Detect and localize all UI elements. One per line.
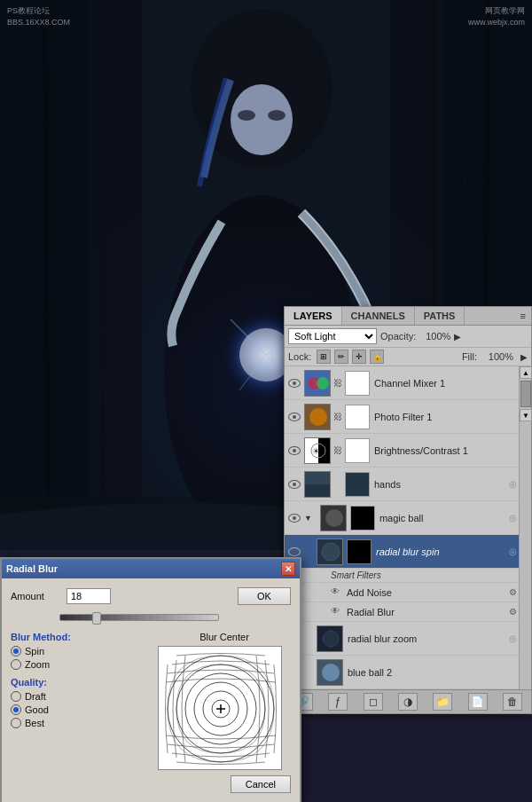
radio-zoom-circle[interactable] xyxy=(11,659,21,670)
layer-row-photo-filter[interactable]: ⛓ Photo Filter 1 xyxy=(285,400,519,434)
cancel-btn-container: Cancel xyxy=(158,775,291,793)
layer-name-magic-ball: magic ball xyxy=(377,513,509,523)
blur-method-section: Blur Method: Spin Zoom xyxy=(11,632,149,670)
eye-brightness[interactable] xyxy=(286,443,302,459)
radio-draft-label: Draft xyxy=(25,691,46,702)
add-style-btn[interactable]: ƒ xyxy=(328,693,348,711)
layer-row-magic-ball[interactable]: ▼ magic ball ◎ xyxy=(285,501,519,535)
thumb-hands xyxy=(304,471,331,498)
lock-checkerboard[interactable]: ⊞ xyxy=(317,350,331,364)
filter-settings-icon[interactable]: ⚙ xyxy=(509,587,517,597)
filter-settings-icon2[interactable]: ⚙ xyxy=(509,607,517,617)
radio-spin-circle[interactable] xyxy=(11,646,21,657)
svg-point-33 xyxy=(325,509,343,527)
dialog-close-btn[interactable]: ✕ xyxy=(281,562,295,576)
panel-bottom-bar: 🔗 ƒ ◻ ◑ 📁 📄 🗑 xyxy=(285,689,531,713)
layer-row-hands[interactable]: hands ◎ xyxy=(285,468,519,501)
filter-visibility-icon: 👁 xyxy=(331,586,343,599)
blur-center-svg xyxy=(159,647,282,770)
radial-blur-dialog: Radial Blur ✕ Amount OK Blur Method: xyxy=(0,557,301,802)
radio-draft[interactable]: Draft xyxy=(11,691,149,702)
layers-panel: LAYERS CHANNELS PATHS ≡ Soft Light Opaci… xyxy=(284,306,532,714)
lock-move[interactable]: ✛ xyxy=(352,350,366,364)
scroll-thumb[interactable] xyxy=(520,381,531,407)
radio-spin-label: Spin xyxy=(25,646,44,657)
svg-text:☀: ☀ xyxy=(312,446,320,456)
blur-center-canvas[interactable] xyxy=(158,646,282,770)
ok-button[interactable]: OK xyxy=(238,587,291,605)
tab-channels[interactable]: CHANNELS xyxy=(342,307,415,325)
magic-ball-icon xyxy=(321,505,346,531)
eye-channel-mixer[interactable] xyxy=(286,375,302,391)
lock-label: Lock: xyxy=(288,351,311,362)
thumb-mask-brightness xyxy=(345,438,370,463)
eye-photo-filter[interactable] xyxy=(286,409,302,425)
fill-label: Fill: xyxy=(462,351,477,362)
radio-good[interactable]: Good xyxy=(11,704,149,715)
filter-row-add-noise[interactable]: 👁 Add Noise ⚙ xyxy=(285,583,519,602)
panel-tabs: LAYERS CHANNELS PATHS ≡ xyxy=(285,307,531,326)
layers-scrollbar[interactable]: ▲ ▼ xyxy=(519,366,531,689)
layers-list: ⛓ Channel Mixer 1 ⛓ Photo Filter 1 xyxy=(285,366,519,689)
layer-name-radial-blur-zoom: radial blur zoom xyxy=(345,633,509,644)
delete-layer-btn[interactable]: 🗑 xyxy=(503,693,522,711)
layers-list-container: ⛓ Channel Mixer 1 ⛓ Photo Filter 1 xyxy=(285,366,531,689)
panel-menu-icon[interactable]: ≡ xyxy=(515,307,531,325)
filter-row-radial-blur[interactable]: 👁 Radial Blur ⚙ xyxy=(285,602,519,622)
radial-blur-zoom-icon xyxy=(317,625,342,652)
mask-magic-ball xyxy=(350,506,375,531)
fill-arrow[interactable]: ▶ xyxy=(520,352,528,362)
new-group-btn[interactable]: 📁 xyxy=(433,693,452,711)
amount-row: Amount OK xyxy=(11,587,291,605)
quality-title: Quality: xyxy=(11,677,149,688)
eye-icon xyxy=(288,379,301,388)
svg-point-25 xyxy=(309,408,327,426)
layer-row-radial-blur-zoom[interactable]: radial blur zoom ◎ xyxy=(285,622,519,656)
dialog-left-panel: Blur Method: Spin Zoom Quality: xyxy=(11,632,149,793)
scroll-down-btn[interactable]: ▼ xyxy=(520,409,532,421)
amount-input[interactable] xyxy=(66,588,111,604)
thumb-magic-ball xyxy=(320,505,347,531)
fill-value: 100% xyxy=(482,351,513,362)
brightness-icon: ☀ xyxy=(305,437,330,464)
blend-mode-select[interactable]: Soft Light xyxy=(288,328,377,344)
lock-brush[interactable]: ✏ xyxy=(334,350,348,364)
slider-thumb[interactable] xyxy=(92,612,101,625)
amount-slider[interactable] xyxy=(59,614,219,621)
dialog-title: Radial Blur xyxy=(6,563,281,574)
radial-blur-spin-icon xyxy=(317,539,342,565)
radio-zoom-label: Zoom xyxy=(25,659,50,670)
opacity-arrow[interactable]: ▶ xyxy=(454,332,461,342)
layer-row-blue-ball[interactable]: blue ball 2 xyxy=(285,656,519,689)
radio-best[interactable]: Best xyxy=(11,718,149,728)
eye-icon xyxy=(288,480,301,489)
svg-point-39 xyxy=(322,664,340,681)
dialog-main: Blur Method: Spin Zoom Quality: xyxy=(11,632,291,793)
layer-row-brightness[interactable]: ☀ ⛓ Brightness/Contrast 1 xyxy=(285,434,519,468)
eye-hands[interactable] xyxy=(286,476,302,492)
group-expand-arrow[interactable]: ▼ xyxy=(304,514,312,523)
tab-paths[interactable]: PATHS xyxy=(415,307,466,325)
cancel-button[interactable]: Cancel xyxy=(231,775,291,793)
dialog-titlebar: Radial Blur ✕ xyxy=(2,559,300,578)
radio-best-circle[interactable] xyxy=(11,718,21,728)
dialog-right-panel: Blur Center xyxy=(158,632,291,793)
radio-spin[interactable]: Spin xyxy=(11,646,149,657)
layer-row-channel-mixer[interactable]: ⛓ Channel Mixer 1 xyxy=(285,366,519,400)
radio-draft-circle[interactable] xyxy=(11,691,21,702)
radio-good-circle[interactable] xyxy=(11,704,21,715)
layer-name-channel-mixer: Channel Mixer 1 xyxy=(372,378,517,389)
tab-layers[interactable]: LAYERS xyxy=(285,307,342,325)
lock-row: Lock: ⊞ ✏ ✛ 🔒 Fill: 100% ▶ xyxy=(285,348,531,366)
eye-icon xyxy=(288,514,301,523)
radio-zoom[interactable]: Zoom xyxy=(11,659,149,670)
add-mask-btn[interactable]: ◻ xyxy=(364,693,383,711)
new-layer-btn[interactable]: 📄 xyxy=(468,693,488,711)
new-adjustment-btn[interactable]: ◑ xyxy=(398,693,418,711)
thumb-radial-blur-zoom xyxy=(317,625,343,652)
layer-row-radial-blur-spin[interactable]: radial blur spin ◎ xyxy=(285,535,519,569)
eye-magic-ball[interactable] xyxy=(286,510,302,526)
lock-all[interactable]: 🔒 xyxy=(370,350,384,364)
thumb-radial-blur-spin xyxy=(317,539,343,565)
scroll-up-btn[interactable]: ▲ xyxy=(520,366,532,379)
